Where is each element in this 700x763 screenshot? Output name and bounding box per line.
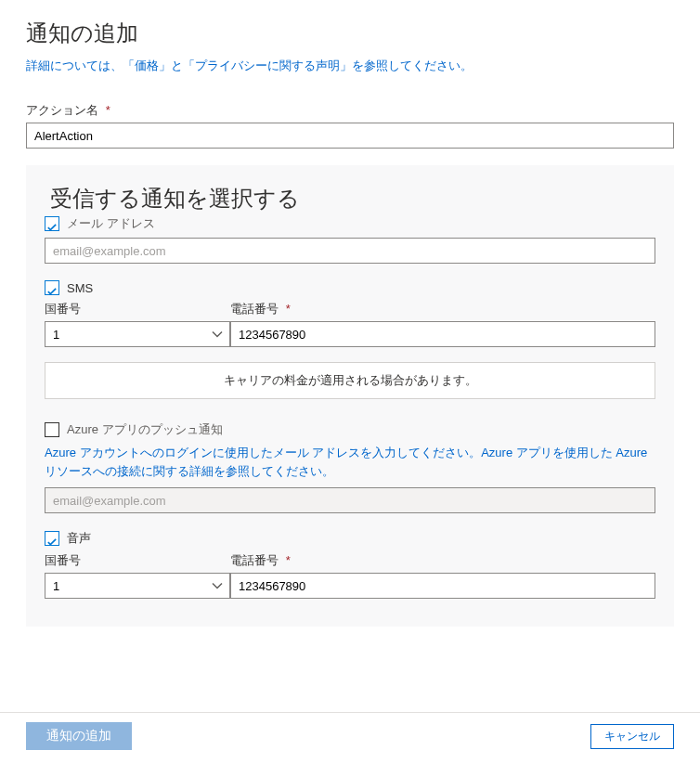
required-indicator: * [106, 103, 110, 117]
submit-button[interactable]: 通知の追加 [26, 722, 132, 750]
sms-country-label: 国番号 [45, 301, 230, 317]
voice-phone-input[interactable] [230, 573, 655, 599]
push-email-input[interactable] [45, 487, 655, 513]
voice-country-select[interactable] [45, 573, 230, 599]
email-checkbox-label: メール アドレス [67, 215, 155, 232]
email-input[interactable] [45, 238, 655, 264]
sms-phone-label: 電話番号 * [230, 301, 655, 317]
sms-checkbox-label: SMS [67, 281, 93, 295]
sms-checkbox[interactable] [45, 280, 59, 295]
action-name-label: アクション名 * [26, 102, 674, 119]
sms-phone-label-text: 電話番号 [230, 302, 279, 316]
footer: 通知の追加 キャンセル [0, 712, 700, 763]
required-indicator: * [286, 553, 291, 567]
voice-checkbox-label: 音声 [67, 530, 91, 547]
page-title: 通知の追加 [26, 19, 674, 48]
voice-country-label: 国番号 [45, 552, 230, 569]
voice-checkbox[interactable] [45, 531, 59, 546]
voice-phone-label-text: 電話番号 [230, 553, 279, 567]
notification-panel: 受信する通知を選択する メール アドレス SM [26, 165, 674, 627]
check-icon [47, 535, 57, 542]
action-name-label-text: アクション名 [26, 103, 98, 117]
email-checkbox[interactable] [45, 216, 59, 231]
cancel-button[interactable]: キャンセル [590, 724, 674, 749]
required-indicator: * [286, 302, 291, 316]
push-checkbox-label: Azure アプリのプッシュ通知 [67, 421, 223, 438]
panel-title: 受信する通知を選択する [50, 184, 655, 213]
voice-phone-label: 電話番号 * [230, 552, 655, 569]
sms-phone-input[interactable] [230, 321, 655, 347]
check-icon [47, 220, 57, 227]
action-name-input[interactable] [26, 123, 674, 149]
carrier-notice: キャリアの料金が適用される場合があります。 [45, 362, 655, 399]
sms-country-select[interactable] [45, 321, 230, 347]
check-icon [47, 284, 57, 291]
pricing-privacy-link[interactable]: 詳細については、「価格」と「プライバシーに関する声明」を参照してください。 [26, 58, 674, 74]
push-checkbox[interactable] [45, 422, 59, 437]
push-help-link[interactable]: Azure アカウントへのログインに使用したメール アドレスを入力してください。… [45, 444, 655, 480]
